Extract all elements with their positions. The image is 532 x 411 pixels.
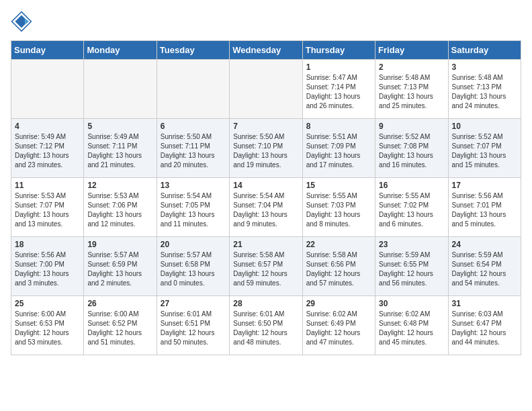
calendar-cell: 18Sunrise: 5:56 AM Sunset: 7:00 PM Dayli…	[11, 237, 84, 296]
calendar-cell: 22Sunrise: 5:58 AM Sunset: 6:56 PM Dayli…	[302, 237, 375, 296]
calendar-table: SundayMondayTuesdayWednesdayThursdayFrid…	[11, 40, 521, 355]
calendar-cell: 27Sunrise: 6:01 AM Sunset: 6:51 PM Dayli…	[157, 296, 229, 355]
day-info: Sunrise: 5:57 AM Sunset: 6:59 PM Dayligh…	[87, 250, 152, 288]
calendar-cell: 25Sunrise: 6:00 AM Sunset: 6:53 PM Dayli…	[11, 296, 84, 355]
calendar-cell: 28Sunrise: 6:01 AM Sunset: 6:50 PM Dayli…	[230, 296, 302, 355]
calendar-cell: 29Sunrise: 6:02 AM Sunset: 6:49 PM Dayli…	[302, 296, 375, 355]
day-info: Sunrise: 5:58 AM Sunset: 6:57 PM Dayligh…	[233, 250, 298, 288]
calendar-cell: 20Sunrise: 5:57 AM Sunset: 6:58 PM Dayli…	[157, 237, 229, 296]
day-number: 2	[379, 62, 444, 72]
column-header-sunday: Sunday	[11, 41, 84, 60]
day-number: 4	[15, 122, 80, 131]
day-info: Sunrise: 5:54 AM Sunset: 7:04 PM Dayligh…	[233, 191, 298, 229]
day-number: 15	[306, 181, 371, 190]
calendar-cell: 21Sunrise: 5:58 AM Sunset: 6:57 PM Dayli…	[230, 237, 302, 296]
calendar-cell: 2Sunrise: 5:48 AM Sunset: 7:13 PM Daylig…	[375, 60, 448, 119]
day-info: Sunrise: 5:49 AM Sunset: 7:12 PM Dayligh…	[15, 132, 80, 170]
calendar-cell	[11, 60, 84, 119]
column-header-wednesday: Wednesday	[230, 41, 302, 60]
day-number: 23	[379, 240, 444, 249]
day-number: 3	[452, 62, 517, 72]
day-info: Sunrise: 5:47 AM Sunset: 7:14 PM Dayligh…	[306, 73, 371, 111]
day-info: Sunrise: 5:59 AM Sunset: 6:55 PM Dayligh…	[379, 250, 444, 288]
day-info: Sunrise: 6:02 AM Sunset: 6:48 PM Dayligh…	[379, 310, 444, 347]
calendar-cell: 10Sunrise: 5:52 AM Sunset: 7:07 PM Dayli…	[448, 119, 521, 178]
day-number: 1	[306, 62, 371, 72]
column-header-tuesday: Tuesday	[157, 41, 229, 60]
day-number: 24	[452, 240, 517, 249]
calendar-cell	[230, 60, 302, 119]
day-info: Sunrise: 5:53 AM Sunset: 7:06 PM Dayligh…	[87, 191, 152, 229]
calendar-cell: 13Sunrise: 5:54 AM Sunset: 7:05 PM Dayli…	[157, 178, 229, 237]
day-number: 21	[233, 240, 298, 249]
day-number: 28	[233, 299, 298, 308]
logo	[11, 11, 35, 32]
day-number: 25	[15, 299, 80, 308]
day-number: 16	[379, 181, 444, 190]
day-number: 5	[87, 122, 152, 131]
calendar-cell: 1Sunrise: 5:47 AM Sunset: 7:14 PM Daylig…	[302, 60, 375, 119]
calendar-cell: 5Sunrise: 5:49 AM Sunset: 7:11 PM Daylig…	[84, 119, 157, 178]
day-info: Sunrise: 5:58 AM Sunset: 6:56 PM Dayligh…	[306, 250, 371, 288]
calendar-cell: 6Sunrise: 5:50 AM Sunset: 7:11 PM Daylig…	[157, 119, 229, 178]
calendar-cell: 24Sunrise: 5:59 AM Sunset: 6:54 PM Dayli…	[448, 237, 521, 296]
day-number: 17	[452, 181, 517, 190]
calendar-cell: 12Sunrise: 5:53 AM Sunset: 7:06 PM Dayli…	[84, 178, 157, 237]
day-info: Sunrise: 6:00 AM Sunset: 6:52 PM Dayligh…	[87, 310, 152, 347]
day-info: Sunrise: 5:48 AM Sunset: 7:13 PM Dayligh…	[452, 73, 517, 111]
calendar-week-row: 18Sunrise: 5:56 AM Sunset: 7:00 PM Dayli…	[11, 237, 521, 296]
day-info: Sunrise: 5:50 AM Sunset: 7:10 PM Dayligh…	[233, 132, 298, 170]
column-header-monday: Monday	[84, 41, 157, 60]
day-info: Sunrise: 6:03 AM Sunset: 6:47 PM Dayligh…	[452, 310, 517, 347]
calendar-cell: 23Sunrise: 5:59 AM Sunset: 6:55 PM Dayli…	[375, 237, 448, 296]
calendar-cell: 8Sunrise: 5:51 AM Sunset: 7:09 PM Daylig…	[302, 119, 375, 178]
day-info: Sunrise: 5:52 AM Sunset: 7:08 PM Dayligh…	[379, 132, 444, 170]
calendar-week-row: 1Sunrise: 5:47 AM Sunset: 7:14 PM Daylig…	[11, 60, 521, 119]
day-info: Sunrise: 6:02 AM Sunset: 6:49 PM Dayligh…	[306, 310, 371, 347]
page-header	[11, 11, 521, 32]
day-number: 19	[87, 240, 152, 249]
day-number: 10	[452, 122, 517, 131]
day-number: 30	[379, 299, 444, 308]
column-header-saturday: Saturday	[448, 41, 521, 60]
calendar-cell	[157, 60, 229, 119]
logo-icon	[11, 11, 32, 32]
day-info: Sunrise: 5:48 AM Sunset: 7:13 PM Dayligh…	[379, 73, 444, 111]
calendar-cell: 26Sunrise: 6:00 AM Sunset: 6:52 PM Dayli…	[84, 296, 157, 355]
day-info: Sunrise: 5:57 AM Sunset: 6:58 PM Dayligh…	[161, 250, 226, 288]
column-header-thursday: Thursday	[302, 41, 375, 60]
day-info: Sunrise: 6:01 AM Sunset: 6:50 PM Dayligh…	[233, 310, 298, 347]
calendar-cell	[84, 60, 157, 119]
day-number: 29	[306, 299, 371, 308]
day-number: 11	[15, 181, 80, 190]
day-info: Sunrise: 5:55 AM Sunset: 7:02 PM Dayligh…	[379, 191, 444, 229]
day-info: Sunrise: 5:54 AM Sunset: 7:05 PM Dayligh…	[161, 191, 226, 229]
day-number: 6	[161, 122, 226, 131]
day-info: Sunrise: 5:56 AM Sunset: 7:01 PM Dayligh…	[452, 191, 517, 229]
day-info: Sunrise: 5:56 AM Sunset: 7:00 PM Dayligh…	[15, 250, 80, 288]
day-number: 8	[306, 122, 371, 131]
day-info: Sunrise: 5:55 AM Sunset: 7:03 PM Dayligh…	[306, 191, 371, 229]
calendar-header-row: SundayMondayTuesdayWednesdayThursdayFrid…	[11, 41, 521, 60]
calendar-cell: 16Sunrise: 5:55 AM Sunset: 7:02 PM Dayli…	[375, 178, 448, 237]
day-number: 13	[161, 181, 226, 190]
calendar-week-row: 4Sunrise: 5:49 AM Sunset: 7:12 PM Daylig…	[11, 119, 521, 178]
day-info: Sunrise: 5:51 AM Sunset: 7:09 PM Dayligh…	[306, 132, 371, 170]
day-number: 22	[306, 240, 371, 249]
calendar-cell: 4Sunrise: 5:49 AM Sunset: 7:12 PM Daylig…	[11, 119, 84, 178]
calendar-cell: 9Sunrise: 5:52 AM Sunset: 7:08 PM Daylig…	[375, 119, 448, 178]
day-info: Sunrise: 6:01 AM Sunset: 6:51 PM Dayligh…	[161, 310, 226, 347]
calendar-cell: 19Sunrise: 5:57 AM Sunset: 6:59 PM Dayli…	[84, 237, 157, 296]
day-info: Sunrise: 5:53 AM Sunset: 7:07 PM Dayligh…	[15, 191, 80, 229]
day-info: Sunrise: 5:49 AM Sunset: 7:11 PM Dayligh…	[87, 132, 152, 170]
day-number: 14	[233, 181, 298, 190]
day-info: Sunrise: 5:59 AM Sunset: 6:54 PM Dayligh…	[452, 250, 517, 288]
day-number: 12	[87, 181, 152, 190]
day-number: 18	[15, 240, 80, 249]
calendar-cell: 15Sunrise: 5:55 AM Sunset: 7:03 PM Dayli…	[302, 178, 375, 237]
calendar-cell: 7Sunrise: 5:50 AM Sunset: 7:10 PM Daylig…	[230, 119, 302, 178]
day-number: 9	[379, 122, 444, 131]
day-number: 20	[161, 240, 226, 249]
day-info: Sunrise: 5:52 AM Sunset: 7:07 PM Dayligh…	[452, 132, 517, 170]
day-number: 26	[87, 299, 152, 308]
